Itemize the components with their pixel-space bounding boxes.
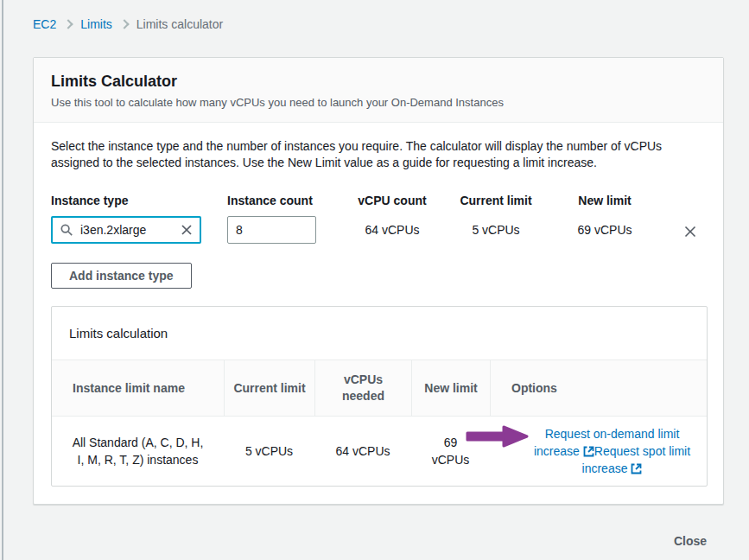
breadcrumb: EC2 Limits Limits calculator — [33, 17, 223, 31]
breadcrumb-link-ec2[interactable]: EC2 — [33, 17, 56, 31]
instance-type-label: Instance type — [51, 194, 227, 207]
cell-current-limit: 5 vCPUs — [224, 417, 314, 486]
clear-search-icon[interactable] — [181, 224, 193, 236]
cell-vcpus-needed: 64 vCPUs — [314, 417, 411, 486]
limits-calculation-panel: Limits calculation Instance limit name C… — [51, 306, 708, 487]
card-body: Select the instance type and the number … — [34, 123, 723, 504]
breadcrumb-current: Limits calculator — [136, 17, 223, 31]
description-text: Select the instance type and the number … — [51, 138, 706, 171]
instance-type-input[interactable] — [79, 222, 181, 238]
annotation-arrow-icon — [464, 424, 530, 449]
column-header-current-limit: Current limit — [224, 360, 314, 416]
current-limit-label: Current limit — [440, 194, 552, 207]
new-limit-label: New limit — [552, 194, 657, 207]
limits-calculator-card: Limits Calculator Use this tool to calcu… — [33, 57, 724, 505]
table-header-row: Instance limit name Current limit vCPUs … — [52, 360, 707, 416]
instance-count-input[interactable] — [227, 216, 316, 244]
breadcrumb-chevron-icon — [119, 19, 129, 29]
cell-instance-limit-name: All Standard (A, C, D, H, I, M, R, T, Z)… — [52, 417, 224, 486]
search-icon — [60, 223, 73, 237]
new-limit-value: 69 vCPUs — [552, 216, 657, 237]
close-button[interactable]: Close — [674, 531, 707, 551]
card-header: Limits Calculator Use this tool to calcu… — [34, 58, 723, 123]
column-header-vcpus-needed: vCPUs needed — [314, 360, 411, 416]
instance-type-search[interactable] — [51, 216, 201, 244]
column-header-new-limit: New limit — [411, 360, 490, 416]
breadcrumb-link-limits[interactable]: Limits — [80, 17, 112, 31]
panel-title: Limits calculation — [69, 326, 689, 340]
calculator-row: Instance type Instance — [51, 194, 706, 244]
options-links: Request on-demand limit increaseRequest … — [530, 425, 695, 477]
remove-row-icon[interactable] — [683, 225, 697, 239]
panel-header: Limits calculation — [52, 307, 707, 360]
column-header-options: Options — [490, 360, 707, 416]
cell-options: Request on-demand limit increaseRequest … — [490, 417, 707, 486]
request-spot-limit-link[interactable]: Request spot limit increase — [582, 444, 691, 475]
table-row: All Standard (A, C, D, H, I, M, R, T, Z)… — [52, 416, 707, 486]
current-limit-value: 5 vCPUs — [440, 216, 552, 237]
page-subtitle: Use this tool to calculate how many vCPU… — [51, 96, 706, 109]
instance-count-label: Instance count — [227, 194, 345, 207]
add-instance-type-button[interactable]: Add instance type — [51, 263, 192, 289]
external-link-icon — [631, 463, 642, 474]
external-link-icon — [583, 446, 594, 457]
page-title: Limits Calculator — [51, 73, 706, 91]
column-header-instance-limit-name: Instance limit name — [52, 360, 224, 416]
vcpu-count-label: vCPU count — [345, 194, 440, 207]
breadcrumb-chevron-icon — [64, 19, 73, 29]
panel-divider — [2, 0, 3, 560]
vcpu-count-value: 64 vCPUs — [345, 216, 440, 237]
